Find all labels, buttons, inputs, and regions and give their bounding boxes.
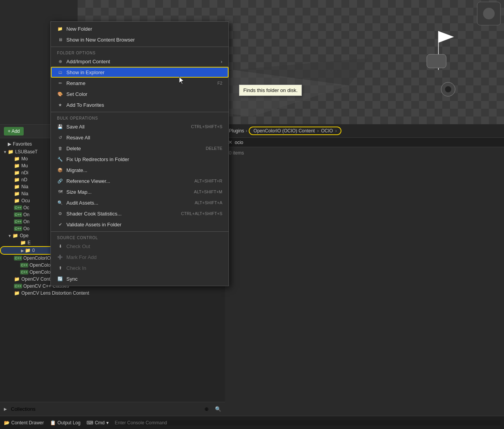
collections-label: Collections	[11, 406, 36, 412]
menu-item-show-new-browser[interactable]: 🖥 Show in New Content Browser	[51, 34, 229, 45]
breadcrumb-highlighted-section[interactable]: OpenColorIO (OCIO) Content › OCIO ›	[249, 127, 341, 135]
menu-item-check-in[interactable]: ⬆ Check In	[51, 262, 229, 273]
content-drawer-button[interactable]: 📂 Content Drawer	[4, 420, 44, 426]
shader-shortcut: CTRL+ALT+SHIFT+S	[181, 211, 222, 216]
menu-item-migrate[interactable]: 📦 Migrate...	[51, 165, 229, 175]
menu-item-label: Sync	[66, 276, 78, 282]
browser-icon: 🖥	[57, 36, 63, 43]
collections-add-icon[interactable]: ⊕	[204, 406, 209, 412]
menu-item-label: Validate Assets in Folder	[66, 222, 121, 228]
markadd-icon: ➕	[57, 254, 63, 260]
menu-item-set-color[interactable]: 🎨 Set Color	[51, 89, 229, 99]
new-folder-icon: 📁	[57, 26, 63, 32]
console-input[interactable]	[115, 420, 500, 426]
collections-bar: ▶ Collections ⊕ 🔍	[0, 402, 225, 416]
menu-item-sync[interactable]: 🔄 Sync	[51, 273, 229, 284]
expand-arrow: ▼	[3, 150, 7, 154]
item-label: OpenCV Lens Distortion Content	[21, 290, 89, 296]
menu-item-validate[interactable]: ✔ Validate Assets in Folder	[51, 219, 229, 230]
menu-item-show-explorer[interactable]: 🗂 Show in Explorer	[51, 67, 229, 78]
bottom-bar: 📂 Content Drawer 📋 Output Log ⌨ Cmd ▾	[0, 416, 504, 429]
folder-icon: 📁	[14, 290, 20, 296]
menu-item-add-favorites[interactable]: ★ Add To Favorites	[51, 99, 229, 110]
menu-separator-1	[51, 47, 229, 47]
expand-arrow: ▶	[21, 248, 24, 253]
section-label-source-control: SOURCE CONTROL	[51, 233, 229, 241]
cxx-badge: C++	[14, 226, 22, 231]
item-label: On	[23, 212, 29, 217]
menu-item-label: Set Color	[66, 91, 87, 97]
menu-item-label: Show in Explorer	[66, 69, 104, 75]
item-label: 0	[32, 248, 35, 253]
menu-item-shader-cook[interactable]: ⚙ Shader Cook Statistics... CTRL+ALT+SHI…	[51, 208, 229, 219]
item-label: Mo	[21, 156, 28, 162]
item-label: Mu	[21, 163, 28, 168]
menu-item-fixup[interactable]: 🔧 Fix Up Redirectors in Folder	[51, 154, 229, 165]
menu-item-label: Rename	[66, 80, 85, 86]
item-label: nDi	[21, 170, 28, 175]
cxx-badge: C++	[14, 256, 22, 261]
menu-item-size-map[interactable]: 🗺 Size Map... ALT+SHIFT+M	[51, 186, 229, 197]
menu-item-resave-all[interactable]: ↺ Resave All	[51, 132, 229, 143]
menu-item-label: Reference Viewer...	[66, 178, 110, 184]
menu-item-mark-add[interactable]: ➕ Mark For Add	[51, 252, 229, 262]
audit-shortcut: ALT+SHIFT+A	[195, 200, 222, 205]
submenu-arrow-icon: ›	[221, 59, 222, 64]
menu-item-new-folder[interactable]: 📁 New Folder	[51, 23, 229, 34]
save-icon: 💾	[57, 123, 63, 130]
item-label: Nia	[21, 191, 28, 196]
menu-item-label: Shader Cook Statistics...	[66, 211, 121, 217]
tree-row[interactable]: 📁 OpenCV Lens Distortion Content	[0, 290, 225, 297]
menu-item-label: Check In	[66, 265, 86, 271]
audit-icon: 🔍	[57, 200, 63, 206]
search-input[interactable]	[235, 140, 501, 145]
menu-item-reference-viewer[interactable]: 🔗 Reference Viewer... ALT+SHIFT+R	[51, 175, 229, 186]
rename-icon: ✏	[57, 80, 63, 86]
menu-separator-2	[51, 112, 229, 112]
breadcrumb-arrow-3: ›	[335, 128, 337, 134]
item-label: Oo	[23, 226, 29, 231]
menu-item-save-all[interactable]: 💾 Save All CTRL+SHIFT+S	[51, 121, 229, 132]
breadcrumb-plugins[interactable]: Plugins	[229, 128, 244, 134]
section-label-bulk-ops: BULK OPERATIONS	[51, 114, 229, 121]
menu-item-add-import[interactable]: ⊕ Add/Import Content ›	[51, 56, 229, 67]
collections-search-icon[interactable]: 🔍	[215, 406, 221, 412]
menu-item-check-out[interactable]: ⬇ Check Out	[51, 241, 229, 252]
breadcrumb-bar: Plugins › OpenColorIO (OCIO) Content › O…	[225, 124, 504, 138]
ref-icon: 🔗	[57, 178, 63, 184]
content-drawer-icon: 📂	[4, 420, 10, 426]
folder-icon: 📁	[14, 170, 20, 175]
menu-item-rename[interactable]: ✏ Rename F2	[51, 78, 229, 89]
folder-icon: 📁	[14, 276, 20, 282]
folder-icon: 📁	[14, 163, 20, 168]
item-label: On	[23, 219, 29, 224]
menu-item-label: Save All	[66, 124, 85, 130]
menu-item-label: Size Map...	[66, 189, 92, 195]
rename-shortcut: F2	[217, 81, 222, 85]
import-icon: ⊕	[57, 58, 63, 64]
items-count-label: 0 items	[225, 147, 504, 159]
output-log-button[interactable]: 📋 Output Log	[50, 420, 80, 426]
folder-icon: 📁	[14, 198, 20, 203]
cxx-badge: C++	[20, 263, 28, 267]
color-icon: 🎨	[57, 91, 63, 97]
breadcrumb-ocio-label: OCIO	[321, 128, 333, 134]
delete-shortcut: DELETE	[206, 146, 222, 151]
star-icon: ★	[57, 102, 63, 108]
menu-item-delete[interactable]: 🗑 Delete DELETE	[51, 143, 229, 154]
item-label: E	[28, 240, 31, 245]
menu-item-audit-assets[interactable]: 🔍 Audit Assets... ALT+SHIFT+A	[51, 197, 229, 208]
menu-item-label: Fix Up Redirectors in Folder	[66, 156, 129, 162]
folder-icon: 📁	[14, 184, 20, 189]
menu-item-label: Delete	[66, 146, 81, 151]
cmd-button[interactable]: ⌨ Cmd ▾	[87, 420, 108, 426]
menu-item-label: Add To Favorites	[66, 102, 104, 108]
checkin-icon: ⬆	[57, 265, 63, 271]
folder-icon: 📁	[14, 191, 20, 196]
trash-icon: 🗑	[57, 145, 63, 151]
validate-icon: ✔	[57, 221, 63, 228]
add-button[interactable]: + Add	[4, 127, 24, 135]
menu-item-label: Check Out	[66, 243, 90, 249]
size-map-shortcut: ALT+SHIFT+M	[194, 189, 222, 194]
collections-arrow: ▶	[4, 407, 7, 411]
